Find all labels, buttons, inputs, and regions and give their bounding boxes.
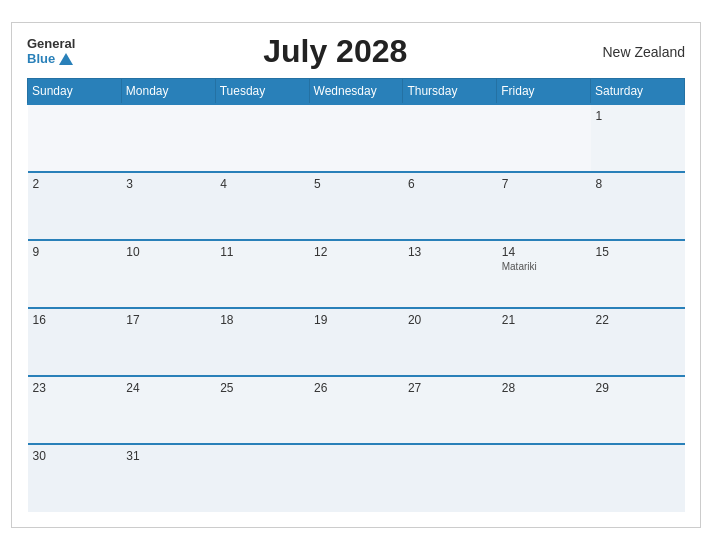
calendar-cell: 16 bbox=[28, 308, 122, 376]
day-headers-row: Sunday Monday Tuesday Wednesday Thursday… bbox=[28, 79, 685, 105]
calendar-cell: 28 bbox=[497, 376, 591, 444]
calendar-cell bbox=[309, 104, 403, 172]
calendar-cell bbox=[215, 444, 309, 512]
calendar-cell: 15 bbox=[591, 240, 685, 308]
day-number: 19 bbox=[314, 313, 398, 327]
logo-general-text: General bbox=[27, 37, 75, 51]
day-number: 24 bbox=[126, 381, 210, 395]
day-number: 18 bbox=[220, 313, 304, 327]
calendar-cell: 5 bbox=[309, 172, 403, 240]
calendar-cell: 20 bbox=[403, 308, 497, 376]
calendar-cell: 8 bbox=[591, 172, 685, 240]
day-number: 9 bbox=[33, 245, 117, 259]
calendar-cell: 22 bbox=[591, 308, 685, 376]
day-number: 15 bbox=[596, 245, 680, 259]
day-number: 22 bbox=[596, 313, 680, 327]
country-label: New Zealand bbox=[595, 44, 685, 60]
day-number: 5 bbox=[314, 177, 398, 191]
calendar-cell: 19 bbox=[309, 308, 403, 376]
calendar-body: 1234567891011121314Matariki1516171819202… bbox=[28, 104, 685, 512]
day-number: 4 bbox=[220, 177, 304, 191]
day-number: 23 bbox=[33, 381, 117, 395]
day-number: 25 bbox=[220, 381, 304, 395]
calendar-cell: 7 bbox=[497, 172, 591, 240]
calendar-cell: 1 bbox=[591, 104, 685, 172]
calendar-header: General Blue July 2028 New Zealand bbox=[27, 33, 685, 70]
calendar-cell: 6 bbox=[403, 172, 497, 240]
calendar-cell bbox=[215, 104, 309, 172]
calendar-cell: 24 bbox=[121, 376, 215, 444]
header-monday: Monday bbox=[121, 79, 215, 105]
day-number: 14 bbox=[502, 245, 586, 259]
day-number: 17 bbox=[126, 313, 210, 327]
calendar-week-row: 3031 bbox=[28, 444, 685, 512]
header-sunday: Sunday bbox=[28, 79, 122, 105]
calendar-cell bbox=[121, 104, 215, 172]
day-number: 28 bbox=[502, 381, 586, 395]
header-saturday: Saturday bbox=[591, 79, 685, 105]
header-tuesday: Tuesday bbox=[215, 79, 309, 105]
logo-triangle-icon bbox=[59, 53, 73, 65]
day-number: 16 bbox=[33, 313, 117, 327]
calendar-cell bbox=[497, 444, 591, 512]
day-event: Matariki bbox=[502, 261, 586, 272]
day-number: 30 bbox=[33, 449, 117, 463]
day-number: 7 bbox=[502, 177, 586, 191]
day-number: 8 bbox=[596, 177, 680, 191]
calendar-grid: Sunday Monday Tuesday Wednesday Thursday… bbox=[27, 78, 685, 512]
calendar-cell: 23 bbox=[28, 376, 122, 444]
calendar-cell: 9 bbox=[28, 240, 122, 308]
calendar-week-row: 1 bbox=[28, 104, 685, 172]
day-number: 2 bbox=[33, 177, 117, 191]
calendar-cell bbox=[497, 104, 591, 172]
day-number: 13 bbox=[408, 245, 492, 259]
calendar-cell: 17 bbox=[121, 308, 215, 376]
day-number: 6 bbox=[408, 177, 492, 191]
day-number: 20 bbox=[408, 313, 492, 327]
calendar-cell bbox=[309, 444, 403, 512]
day-number: 21 bbox=[502, 313, 586, 327]
calendar-cell: 14Matariki bbox=[497, 240, 591, 308]
calendar-cell: 10 bbox=[121, 240, 215, 308]
calendar-cell: 27 bbox=[403, 376, 497, 444]
calendar-title: July 2028 bbox=[75, 33, 595, 70]
header-friday: Friday bbox=[497, 79, 591, 105]
header-thursday: Thursday bbox=[403, 79, 497, 105]
calendar-cell: 12 bbox=[309, 240, 403, 308]
calendar-cell: 30 bbox=[28, 444, 122, 512]
day-number: 1 bbox=[596, 109, 680, 123]
day-number: 29 bbox=[596, 381, 680, 395]
calendar-container: General Blue July 2028 New Zealand Sunda… bbox=[11, 22, 701, 528]
calendar-cell: 25 bbox=[215, 376, 309, 444]
day-number: 10 bbox=[126, 245, 210, 259]
day-number: 31 bbox=[126, 449, 210, 463]
calendar-week-row: 2345678 bbox=[28, 172, 685, 240]
calendar-cell: 11 bbox=[215, 240, 309, 308]
day-number: 27 bbox=[408, 381, 492, 395]
day-number: 26 bbox=[314, 381, 398, 395]
calendar-cell bbox=[28, 104, 122, 172]
day-number: 3 bbox=[126, 177, 210, 191]
calendar-cell bbox=[591, 444, 685, 512]
logo: General Blue bbox=[27, 37, 75, 66]
calendar-cell: 18 bbox=[215, 308, 309, 376]
calendar-cell: 3 bbox=[121, 172, 215, 240]
calendar-cell bbox=[403, 444, 497, 512]
logo-blue-text: Blue bbox=[27, 52, 73, 66]
day-number: 11 bbox=[220, 245, 304, 259]
calendar-cell: 4 bbox=[215, 172, 309, 240]
calendar-cell: 26 bbox=[309, 376, 403, 444]
calendar-cell bbox=[403, 104, 497, 172]
calendar-week-row: 16171819202122 bbox=[28, 308, 685, 376]
calendar-cell: 31 bbox=[121, 444, 215, 512]
calendar-week-row: 23242526272829 bbox=[28, 376, 685, 444]
day-number: 12 bbox=[314, 245, 398, 259]
calendar-cell: 13 bbox=[403, 240, 497, 308]
calendar-week-row: 91011121314Matariki15 bbox=[28, 240, 685, 308]
calendar-cell: 2 bbox=[28, 172, 122, 240]
header-wednesday: Wednesday bbox=[309, 79, 403, 105]
calendar-cell: 29 bbox=[591, 376, 685, 444]
calendar-cell: 21 bbox=[497, 308, 591, 376]
